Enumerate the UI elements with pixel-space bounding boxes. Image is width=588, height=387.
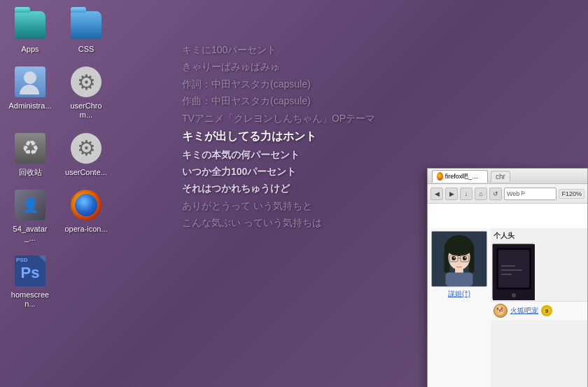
home-button[interactable]: ⌂ <box>475 188 487 200</box>
lyric-9: ありがとうって いう気持ちと <box>182 198 420 213</box>
user-avatar-small: 🐕 <box>493 304 507 318</box>
icon-avatar54-label: 54_avatar_... <box>8 225 52 243</box>
icon-apps-label: Apps <box>21 45 38 54</box>
lyric-4: TVアニメ「クレヨンしんちゃん」OPテーマ <box>182 111 420 126</box>
icon-userchrome[interactable]: ⚙ userChrom... <box>62 62 111 122</box>
icon-administrator[interactable]: Administra... <box>6 62 55 122</box>
lyrics-overlay: キミに100パーセント きゃりーぱみゅぱみゅ 作詞：中田ヤスタカ(capsule… <box>182 42 420 232</box>
svg-point-12 <box>465 257 466 258</box>
anime-character-svg <box>432 231 486 287</box>
lyric-3: 作曲：中田ヤスタカ(capsule) <box>182 93 420 108</box>
avatar-username[interactable]: 謀姬(†) <box>448 289 470 299</box>
browser-toolbar: ◀ ▶ ↓ ⌂ ↺ Web 🏳 F120% <box>428 184 587 204</box>
icon-opera[interactable]: opera-icon... <box>62 185 111 246</box>
user-badge: 9 <box>541 305 552 316</box>
icon-opera-label: opera-icon... <box>64 225 107 234</box>
forward-button[interactable]: ▶ <box>445 188 458 200</box>
browser-main-content: 謀姬(†) 个人头 <box>428 228 587 387</box>
icon-css-label: CSS <box>78 45 94 54</box>
user-name[interactable]: 火狐吧宠 <box>510 306 538 316</box>
lyric-8: それはつかれちゅうけど <box>182 181 420 196</box>
lyric-0: キミに100パーセント <box>182 42 420 57</box>
psd-label: Ps <box>21 264 40 282</box>
address-bar[interactable]: Web 🏳 <box>504 188 556 200</box>
lyric-10: こんな気ぶい っていう気持ちは <box>182 215 420 230</box>
tab-partial-label: chr <box>496 173 505 181</box>
icon-avatar54[interactable]: 👤 54_avatar_... <box>6 185 55 246</box>
icon-userchrome-label: userChrom... <box>64 101 108 120</box>
lyric-5: キミが出してる力はホント <box>182 127 420 146</box>
avatar-section: 謀姬(†) <box>428 228 491 387</box>
tab-active-label: firefox吧_百度贴吧 <box>445 172 483 181</box>
browser-white-area <box>428 204 587 228</box>
icon-homescreen-label: homescreen... <box>8 290 52 309</box>
desktop: Apps CSS <box>0 0 588 387</box>
icon-css[interactable]: CSS <box>62 6 111 57</box>
right-panel-title: 个人头 <box>491 228 587 242</box>
refresh-button[interactable]: ↺ <box>489 188 502 200</box>
icon-usercontent[interactable]: ⚙ userConte... <box>62 129 111 180</box>
firefox-tab-icon <box>437 172 443 181</box>
svg-point-13 <box>458 262 461 264</box>
browser-content: 謀姬(†) 个人头 <box>428 204 587 387</box>
icon-recycle[interactable]: ♻ 回收站 <box>6 129 55 180</box>
zoom-level[interactable]: F120% <box>559 189 584 199</box>
svg-rect-15 <box>446 273 473 287</box>
user-row: 🐕 火狐吧宠 9 <box>491 301 587 320</box>
browser-titlebar: firefox吧_百度贴吧 chr <box>428 169 587 184</box>
icon-homescreen[interactable]: Ps homescreen... <box>6 251 55 311</box>
svg-point-22 <box>512 293 516 297</box>
icon-usercontent-label: userConte... <box>65 168 107 177</box>
svg-point-5 <box>446 237 473 256</box>
back-button[interactable]: ◀ <box>430 188 443 200</box>
flag-icon: 🏳 <box>521 190 526 197</box>
browser-window: firefox吧_百度贴吧 chr ◀ ▶ ↓ ⌂ ↺ Web 🏳 F120% <box>427 168 588 387</box>
svg-rect-18 <box>498 250 529 288</box>
download-button[interactable]: ↓ <box>460 188 472 200</box>
svg-rect-21 <box>501 274 512 275</box>
lyric-7: いつか全力100パーセント <box>182 164 420 179</box>
lyric-6: キミの本気の何パーセント <box>182 147 420 162</box>
svg-rect-19 <box>501 265 515 267</box>
lyric-1: きゃりーぱみゅぱみゅ <box>182 59 420 74</box>
desktop-icons-area: Apps CSS <box>0 0 116 323</box>
svg-point-10 <box>463 256 467 260</box>
icon-apps[interactable]: Apps <box>6 6 55 57</box>
lyric-2: 作詞：中田ヤスタカ(capsule) <box>182 76 420 92</box>
svg-rect-20 <box>501 269 522 271</box>
right-panel-image <box>492 244 534 300</box>
svg-point-11 <box>454 257 455 258</box>
icon-administrator-label: Administra... <box>8 101 51 111</box>
anime-avatar-image <box>431 231 487 287</box>
right-panel: 个人头 <box>491 228 587 387</box>
right-panel-svg <box>493 244 535 300</box>
browser-tab-partial[interactable]: chr <box>491 171 510 182</box>
web-label: Web <box>507 190 519 197</box>
icon-recycle-label: 回收站 <box>19 168 42 177</box>
svg-point-9 <box>451 256 456 260</box>
browser-tab-active[interactable]: firefox吧_百度贴吧 <box>432 170 488 183</box>
